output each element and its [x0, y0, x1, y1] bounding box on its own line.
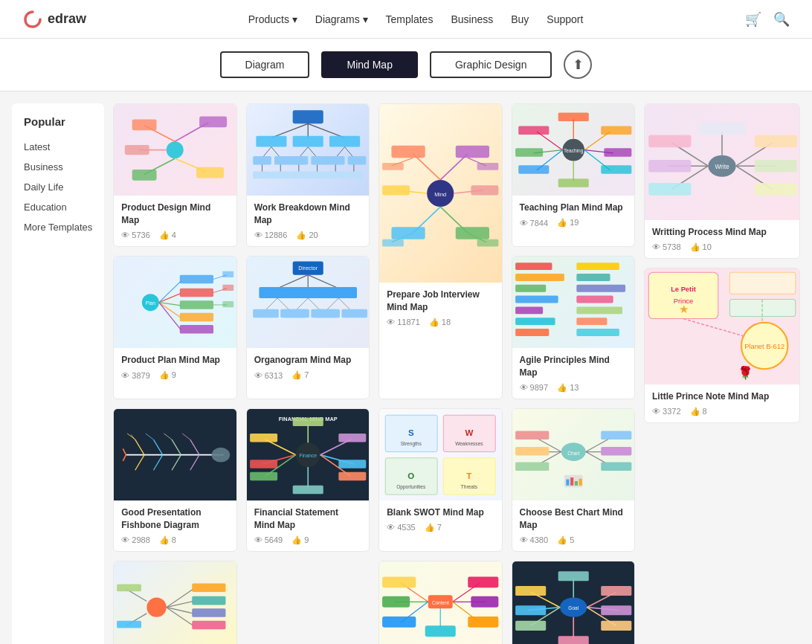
card-organogram[interactable]: Director: [246, 256, 370, 399]
card-project-planning-thumb: [114, 561, 236, 644]
view-count: 👁 3372: [652, 407, 681, 416]
card-swot[interactable]: S Strengths W Weaknesses O Opportunities…: [378, 408, 502, 552]
card-goal-setting[interactable]: Goal: [512, 561, 635, 644]
svg-rect-203: [192, 583, 225, 592]
thumb-svg: Content: [379, 561, 501, 644]
card-prepare-job-meta: 👁 11871 👍 18: [387, 318, 494, 327]
svg-rect-17: [329, 136, 360, 147]
svg-rect-199: [574, 481, 577, 486]
card-organogram-body: Organogram Mind Map 👁 6313 👍 7: [247, 348, 369, 386]
card-content-marketing[interactable]: Content Content: [378, 561, 502, 644]
svg-rect-131: [576, 306, 622, 314]
svg-rect-221: [382, 616, 416, 628]
card-product-plan[interactable]: Plan: [113, 256, 236, 399]
logo[interactable]: edraw: [22, 9, 86, 30]
svg-rect-127: [576, 263, 619, 270]
card-little-prince[interactable]: Le Petit Prince ★ Planet B-612 🌹: [644, 268, 800, 423]
card-choose-best-meta: 👁 4380 👍 5: [520, 535, 627, 545]
svg-rect-126: [515, 329, 549, 336]
svg-rect-2: [132, 120, 157, 131]
svg-rect-157: [250, 460, 277, 468]
card-little-prince-body: Little Prince Note Mind Map 👁 3372 👍 8: [645, 384, 799, 422]
svg-rect-120: [515, 263, 552, 270]
svg-text:Plan: Plan: [146, 300, 155, 306]
svg-rect-169: [292, 486, 323, 495]
card-product-plan-meta: 👁 3879 👍 9: [121, 370, 228, 380]
tab-graphic-design[interactable]: Graphic Design: [430, 51, 552, 78]
card-financial[interactable]: FINANCIAL MIND MAP Finance: [246, 408, 370, 552]
card-prepare-job[interactable]: Mind: [378, 103, 502, 399]
svg-rect-133: [576, 329, 619, 336]
header-icons: 🛒 🔍: [745, 11, 790, 28]
thumb-svg: FINANCIAL MIND MAP Finance: [247, 409, 369, 500]
svg-rect-217: [382, 576, 416, 587]
svg-rect-279: [648, 135, 691, 148]
svg-rect-67: [518, 126, 549, 135]
svg-rect-51: [456, 227, 489, 239]
svg-rect-37: [308, 171, 326, 178]
like-count: 👍 10: [690, 242, 712, 252]
svg-rect-219: [382, 596, 410, 608]
nav-support[interactable]: Support: [547, 13, 583, 25]
sidebar-item-more-templates[interactable]: More Templates: [24, 217, 92, 237]
nav-business[interactable]: Business: [451, 13, 493, 25]
svg-rect-77: [601, 165, 631, 174]
svg-line-136: [123, 448, 126, 454]
svg-line-143: [172, 455, 181, 471]
tab-mind-map[interactable]: Mind Map: [321, 51, 417, 78]
card-financial-thumb: FINANCIAL MIND MAP Finance: [247, 409, 369, 500]
nav-templates[interactable]: Templates: [386, 13, 434, 25]
svg-rect-57: [382, 163, 404, 170]
sidebar-item-education[interactable]: Education: [24, 197, 92, 217]
svg-line-92: [159, 303, 181, 330]
sidebar-item-business[interactable]: Business: [24, 157, 92, 177]
svg-rect-15: [256, 136, 286, 147]
svg-line-116: [326, 298, 338, 310]
search-icon[interactable]: 🔍: [773, 11, 790, 28]
svg-rect-132: [576, 318, 607, 325]
card-teaching-plan[interactable]: Teaching: [512, 103, 635, 247]
card-agile[interactable]: Agile Principles Mind Map 👁 9897 👍 13: [512, 256, 635, 399]
svg-rect-114: [283, 309, 309, 318]
view-count: 👁 3879: [121, 371, 150, 380]
sidebar: Popular Latest Business Daily Life Educa…: [12, 103, 104, 644]
nav-products[interactable]: Products ▾: [248, 13, 297, 25]
logo-icon: [22, 9, 43, 30]
svg-rect-20: [253, 156, 271, 165]
svg-line-144: [190, 439, 199, 455]
card-teaching-plan-thumb: Teaching: [512, 104, 634, 196]
tab-diagram[interactable]: Diagram: [220, 51, 310, 78]
svg-rect-4: [199, 116, 227, 127]
svg-rect-123: [515, 296, 558, 303]
like-count: 👍 9: [291, 535, 309, 545]
svg-rect-91: [180, 313, 213, 322]
svg-rect-49: [392, 227, 425, 239]
svg-text:Strengths: Strengths: [401, 441, 422, 447]
card-fishbone[interactable]: Good Presentation Fishbone Diagram 👁 298…: [113, 408, 236, 552]
svg-text:S: S: [408, 428, 414, 437]
upload-button[interactable]: ⬆: [564, 51, 592, 79]
nav-diagrams[interactable]: Diagrams ▾: [315, 13, 368, 25]
svg-rect-71: [518, 165, 549, 174]
template-grid: Product Design Mind Map 👁 5736 👍 4: [113, 103, 635, 644]
card-work-breakdown[interactable]: Work Breakdown Mind Map 👁 12886 👍 20: [246, 103, 370, 247]
nav-buy[interactable]: Buy: [511, 13, 529, 25]
card-work-breakdown-thumb: [247, 104, 369, 196]
sidebar-item-latest[interactable]: Latest: [24, 137, 92, 157]
svg-rect-69: [515, 148, 543, 157]
svg-rect-223: [468, 576, 498, 587]
svg-rect-124: [515, 306, 543, 314]
cart-icon[interactable]: 🛒: [745, 11, 761, 28]
svg-rect-239: [601, 586, 631, 596]
card-product-design[interactable]: Product Design Mind Map 👁 5736 👍 4: [113, 103, 236, 247]
card-teaching-plan-title: Teaching Plan Mind Map: [520, 202, 627, 214]
card-project-planning[interactable]: Project Planning Mind Map 👁 — 👍 —: [113, 561, 236, 644]
svg-text:Planet B-612: Planet B-612: [744, 343, 784, 350]
svg-line-113: [308, 298, 320, 310]
svg-rect-161: [338, 434, 366, 442]
card-writing-process[interactable]: Write Writting: [644, 103, 800, 259]
card-fishbone-thumb: [114, 409, 236, 500]
card-choose-best[interactable]: Chart: [512, 408, 635, 552]
card-fishbone-meta: 👁 2988 👍 8: [121, 535, 228, 545]
sidebar-item-daily-life[interactable]: Daily Life: [24, 177, 92, 197]
